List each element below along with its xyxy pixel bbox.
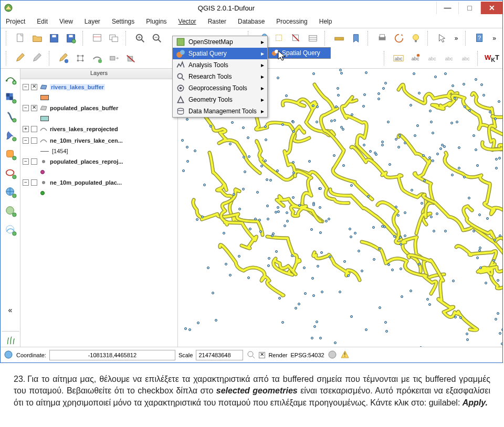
messages-icon[interactable]: !	[340, 350, 350, 360]
layout-icon[interactable]	[90, 31, 104, 46]
tree-collapse-icon[interactable]: −	[23, 179, 29, 186]
tree-collapse-icon[interactable]: −	[23, 137, 29, 144]
bookmark-icon[interactable]	[349, 31, 363, 46]
layer-name[interactable]: ne_10m_populated_plac...	[50, 179, 122, 186]
node-tool-icon[interactable]	[73, 51, 88, 66]
add-feature-icon[interactable]	[90, 51, 104, 66]
render-checkbox[interactable]	[259, 352, 265, 358]
toolbar-overflow[interactable]: »	[452, 35, 461, 42]
zoom-in-icon[interactable]	[133, 31, 148, 46]
delete-feature-icon[interactable]	[123, 51, 138, 66]
tips-icon[interactable]	[408, 31, 423, 46]
label-abc3-icon[interactable]: abc	[442, 51, 456, 66]
menu-item-geometry[interactable]: Geometry Tools ▸	[173, 94, 267, 105]
add-wcs-icon[interactable]	[3, 203, 18, 219]
layer-row[interactable]: − ne_10m_rivers_lake_cen...	[23, 135, 175, 146]
scale-lock-icon[interactable]	[246, 350, 256, 360]
menu-processing[interactable]: Processing	[274, 17, 309, 26]
layer-row[interactable]: + rivers_lakes_reprojected	[23, 123, 175, 135]
globe-status-icon[interactable]	[4, 350, 13, 360]
wkt-icon[interactable]: WKT	[485, 54, 499, 63]
label-abc2-icon[interactable]: abc	[425, 51, 439, 66]
maximize-button[interactable]: □	[458, 2, 480, 14]
print-icon[interactable]	[375, 31, 390, 46]
coord-input[interactable]	[49, 350, 175, 360]
layer-name[interactable]: rivers_lakes_reprojected	[50, 126, 118, 132]
svg-point-34	[65, 59, 68, 63]
layer-row[interactable]: − populated_places_buffer	[23, 102, 175, 114]
layer-row[interactable]: − ne_10m_populated_plac...	[23, 177, 175, 188]
menu-item-osm[interactable]: OpenStreetMap ▸	[173, 36, 267, 48]
menu-project[interactable]: Project	[4, 17, 27, 26]
label-pin-icon[interactable]: abc	[408, 51, 423, 66]
refresh-icon[interactable]	[392, 31, 406, 46]
menu-item-geoprocessing[interactable]: Geoprocessing Tools ▸	[173, 82, 267, 94]
layout-manager-icon[interactable]	[107, 31, 121, 46]
new-file-icon[interactable]	[13, 31, 28, 46]
toolbar-overflow-2[interactable]: »	[489, 35, 499, 42]
add-mssql-icon[interactable]	[3, 146, 18, 162]
menu-vector[interactable]: Vector	[176, 17, 198, 26]
save-as-icon[interactable]	[64, 31, 78, 46]
edit-pencil-icon[interactable]	[13, 51, 28, 66]
left-toolbar-overflow[interactable]: «	[8, 306, 13, 314]
menu-settings[interactable]: Settings	[110, 17, 136, 26]
menu-help[interactable]: Help	[317, 17, 334, 26]
svg-line-16	[159, 40, 161, 42]
crs-status-icon[interactable]	[328, 350, 337, 360]
add-wfs-icon[interactable]	[3, 222, 18, 238]
tree-collapse-icon[interactable]: −	[23, 105, 29, 111]
menu-layer[interactable]: Layer	[82, 17, 102, 26]
layer-visibility-checkbox[interactable]	[31, 158, 37, 165]
grass-icon[interactable]	[1, 331, 20, 347]
label-abc-icon[interactable]: abc	[391, 51, 406, 66]
menu-item-research[interactable]: Research Tools ▸	[173, 71, 267, 82]
layer-name[interactable]: rivers_lakes_buffer	[50, 84, 105, 90]
menu-plugins[interactable]: Plugins	[144, 17, 169, 26]
layer-visibility-checkbox[interactable]	[31, 84, 37, 90]
layer-name[interactable]: populated_places_reproj...	[50, 158, 123, 165]
measure-icon[interactable]	[332, 31, 346, 46]
deselect-icon[interactable]	[289, 31, 303, 46]
menu-raster[interactable]: Raster	[206, 17, 228, 26]
menu-item-spatial-query[interactable]: Spatial Query ▸	[173, 48, 267, 59]
edit-pencil2-icon[interactable]	[30, 51, 45, 66]
select-icon[interactable]	[272, 31, 287, 46]
layer-row[interactable]: − rivers_lakes_buffer	[23, 81, 175, 93]
help-icon[interactable]: ?	[472, 31, 487, 46]
add-oracle-icon[interactable]	[3, 165, 18, 181]
layer-visibility-checkbox[interactable]	[31, 105, 37, 111]
scale-input[interactable]	[196, 350, 243, 360]
save-icon[interactable]	[47, 31, 61, 46]
layers-tree[interactable]: − rivers_lakes_buffer − populated_places…	[20, 79, 177, 200]
tree-expand-icon[interactable]: +	[23, 126, 29, 132]
menu-view[interactable]: View	[57, 17, 75, 26]
close-button[interactable]: ✕	[480, 2, 502, 14]
minimize-button[interactable]: —	[436, 2, 458, 14]
edits-save-icon[interactable]	[56, 51, 71, 66]
layer-name[interactable]: populated_places_buffer	[50, 105, 118, 111]
attributes-icon[interactable]	[306, 31, 320, 46]
add-wms-icon[interactable]	[3, 184, 18, 200]
tree-collapse-icon[interactable]: −	[23, 158, 29, 165]
menu-item-data-management[interactable]: Data Management Tools ▸	[173, 105, 267, 117]
add-vector-icon[interactable]: +	[3, 71, 18, 87]
layer-visibility-checkbox[interactable]	[31, 179, 37, 186]
add-raster-icon[interactable]	[3, 90, 18, 105]
menu-database[interactable]: Database	[236, 17, 267, 26]
layer-visibility-checkbox[interactable]	[31, 126, 37, 132]
cursor-tool-icon[interactable]	[435, 31, 449, 46]
move-feature-icon[interactable]	[107, 51, 121, 66]
open-folder-icon[interactable]	[30, 31, 45, 46]
menu-edit[interactable]: Edit	[35, 17, 50, 26]
menu-item-analysis[interactable]: Analysis Tools ▸	[173, 59, 267, 71]
tree-collapse-icon[interactable]: −	[23, 84, 29, 90]
layer-visibility-checkbox[interactable]	[31, 137, 37, 144]
layer-row[interactable]: − populated_places_reproj...	[23, 156, 175, 167]
label-abc4-icon[interactable]: abc	[458, 51, 473, 66]
add-postgis-icon[interactable]	[3, 109, 18, 124]
layer-name[interactable]: ne_10m_rivers_lake_cen...	[50, 137, 123, 144]
zoom-out-icon[interactable]	[150, 31, 164, 46]
epsg-label[interactable]: EPSG:54032	[290, 352, 324, 358]
add-spatialite-icon[interactable]	[3, 127, 18, 143]
